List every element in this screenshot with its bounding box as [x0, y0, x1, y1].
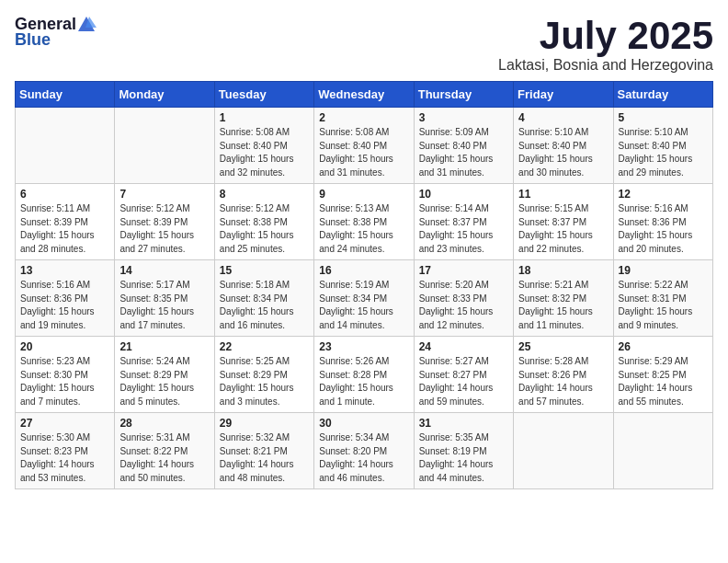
day-number: 6: [20, 188, 109, 201]
day-number: 15: [220, 264, 309, 277]
day-number: 8: [220, 188, 309, 201]
day-detail: Sunrise: 5:25 AMSunset: 8:29 PMDaylight:…: [220, 355, 309, 408]
day-number: 28: [119, 417, 209, 430]
day-detail: Sunrise: 5:31 AMSunset: 8:22 PMDaylight:…: [119, 431, 209, 485]
day-detail: Sunrise: 5:10 AMSunset: 8:40 PMDaylight:…: [619, 126, 708, 179]
day-detail: Sunrise: 5:12 AMSunset: 8:39 PMDaylight:…: [119, 202, 209, 256]
calendar-cell: 26Sunrise: 5:29 AMSunset: 8:25 PMDayligh…: [613, 337, 712, 413]
day-detail: Sunrise: 5:14 AMSunset: 8:37 PMDaylight:…: [419, 202, 508, 256]
column-header-thursday: Thursday: [414, 82, 513, 108]
day-detail: Sunrise: 5:09 AMSunset: 8:40 PMDaylight:…: [419, 126, 508, 179]
day-number: 1: [220, 111, 309, 124]
day-detail: Sunrise: 5:16 AMSunset: 8:36 PMDaylight:…: [20, 279, 109, 332]
calendar-week-row: 27Sunrise: 5:30 AMSunset: 8:23 PMDayligh…: [16, 413, 713, 489]
title-area: July 2025 Laktasi, Bosnia and Herzegovin…: [498, 15, 713, 74]
column-header-tuesday: Tuesday: [214, 82, 313, 108]
day-number: 22: [220, 340, 309, 353]
calendar-week-row: 1Sunrise: 5:08 AMSunset: 8:40 PMDaylight…: [16, 108, 713, 184]
column-header-saturday: Saturday: [613, 82, 712, 108]
calendar-cell: 29Sunrise: 5:32 AMSunset: 8:21 PMDayligh…: [214, 413, 313, 489]
day-detail: Sunrise: 5:29 AMSunset: 8:25 PMDaylight:…: [619, 355, 708, 408]
calendar-cell: 21Sunrise: 5:24 AMSunset: 8:29 PMDayligh…: [115, 337, 214, 413]
day-number: 2: [319, 111, 408, 124]
calendar-cell: 17Sunrise: 5:20 AMSunset: 8:33 PMDayligh…: [414, 260, 513, 337]
calendar-header-row: SundayMondayTuesdayWednesdayThursdayFrid…: [16, 82, 713, 108]
calendar-cell: [115, 108, 214, 184]
day-detail: Sunrise: 5:32 AMSunset: 8:21 PMDaylight:…: [220, 431, 309, 485]
calendar-cell: 11Sunrise: 5:15 AMSunset: 8:37 PMDayligh…: [514, 184, 613, 260]
calendar-cell: 1Sunrise: 5:08 AMSunset: 8:40 PMDaylight…: [214, 108, 313, 184]
calendar-cell: 18Sunrise: 5:21 AMSunset: 8:32 PMDayligh…: [514, 260, 613, 337]
calendar-week-row: 6Sunrise: 5:11 AMSunset: 8:39 PMDaylight…: [16, 184, 713, 260]
day-detail: Sunrise: 5:23 AMSunset: 8:30 PMDaylight:…: [20, 355, 109, 408]
day-detail: Sunrise: 5:15 AMSunset: 8:37 PMDaylight:…: [518, 202, 608, 256]
day-number: 9: [319, 188, 408, 201]
day-number: 10: [419, 188, 508, 201]
month-title: July 2025: [498, 15, 713, 57]
day-number: 30: [319, 417, 408, 430]
calendar: SundayMondayTuesdayWednesdayThursdayFrid…: [15, 81, 713, 489]
day-detail: Sunrise: 5:27 AMSunset: 8:27 PMDaylight:…: [419, 355, 508, 408]
day-detail: Sunrise: 5:30 AMSunset: 8:23 PMDaylight:…: [20, 431, 109, 485]
day-detail: Sunrise: 5:19 AMSunset: 8:34 PMDaylight:…: [319, 279, 408, 332]
calendar-cell: 4Sunrise: 5:10 AMSunset: 8:40 PMDaylight…: [514, 108, 613, 184]
day-detail: Sunrise: 5:08 AMSunset: 8:40 PMDaylight:…: [319, 126, 408, 179]
calendar-cell: 27Sunrise: 5:30 AMSunset: 8:23 PMDayligh…: [16, 413, 115, 489]
calendar-cell: 8Sunrise: 5:12 AMSunset: 8:38 PMDaylight…: [214, 184, 313, 260]
day-number: 23: [319, 340, 408, 353]
calendar-cell: 24Sunrise: 5:27 AMSunset: 8:27 PMDayligh…: [414, 337, 513, 413]
calendar-cell: 28Sunrise: 5:31 AMSunset: 8:22 PMDayligh…: [115, 413, 214, 489]
calendar-cell: 25Sunrise: 5:28 AMSunset: 8:26 PMDayligh…: [514, 337, 613, 413]
location-title: Laktasi, Bosnia and Herzegovina: [498, 57, 713, 74]
day-detail: Sunrise: 5:21 AMSunset: 8:32 PMDaylight:…: [518, 279, 608, 332]
day-detail: Sunrise: 5:35 AMSunset: 8:19 PMDaylight:…: [419, 431, 508, 485]
day-number: 4: [518, 111, 608, 124]
calendar-cell: 12Sunrise: 5:16 AMSunset: 8:36 PMDayligh…: [613, 184, 712, 260]
day-detail: Sunrise: 5:22 AMSunset: 8:31 PMDaylight:…: [619, 279, 708, 332]
day-number: 3: [419, 111, 508, 124]
calendar-cell: [16, 108, 115, 184]
day-detail: Sunrise: 5:16 AMSunset: 8:36 PMDaylight:…: [619, 202, 708, 256]
day-number: 25: [518, 340, 608, 353]
day-number: 5: [619, 111, 708, 124]
day-number: 21: [119, 340, 209, 353]
day-number: 14: [119, 264, 209, 277]
column-header-friday: Friday: [514, 82, 613, 108]
calendar-cell: 3Sunrise: 5:09 AMSunset: 8:40 PMDaylight…: [414, 108, 513, 184]
calendar-cell: 10Sunrise: 5:14 AMSunset: 8:37 PMDayligh…: [414, 184, 513, 260]
day-number: 20: [20, 340, 109, 353]
day-number: 19: [619, 264, 708, 277]
column-header-wednesday: Wednesday: [314, 82, 414, 108]
day-detail: Sunrise: 5:10 AMSunset: 8:40 PMDaylight:…: [518, 126, 608, 179]
day-detail: Sunrise: 5:34 AMSunset: 8:20 PMDaylight:…: [319, 431, 408, 485]
calendar-cell: 13Sunrise: 5:16 AMSunset: 8:36 PMDayligh…: [16, 260, 115, 337]
day-detail: Sunrise: 5:11 AMSunset: 8:39 PMDaylight:…: [20, 202, 109, 256]
calendar-cell: [613, 413, 712, 489]
calendar-week-row: 20Sunrise: 5:23 AMSunset: 8:30 PMDayligh…: [16, 337, 713, 413]
day-detail: Sunrise: 5:28 AMSunset: 8:26 PMDaylight:…: [518, 355, 608, 408]
calendar-cell: 23Sunrise: 5:26 AMSunset: 8:28 PMDayligh…: [314, 337, 414, 413]
day-number: 11: [518, 188, 608, 201]
day-detail: Sunrise: 5:20 AMSunset: 8:33 PMDaylight:…: [419, 279, 508, 332]
day-detail: Sunrise: 5:24 AMSunset: 8:29 PMDaylight:…: [119, 355, 209, 408]
calendar-cell: 14Sunrise: 5:17 AMSunset: 8:35 PMDayligh…: [115, 260, 214, 337]
calendar-cell: 15Sunrise: 5:18 AMSunset: 8:34 PMDayligh…: [214, 260, 313, 337]
day-number: 18: [518, 264, 608, 277]
day-number: 27: [20, 417, 109, 430]
day-number: 12: [619, 188, 708, 201]
day-number: 26: [619, 340, 708, 353]
calendar-cell: 22Sunrise: 5:25 AMSunset: 8:29 PMDayligh…: [214, 337, 313, 413]
calendar-cell: [514, 413, 613, 489]
column-header-monday: Monday: [115, 82, 214, 108]
day-detail: Sunrise: 5:08 AMSunset: 8:40 PMDaylight:…: [220, 126, 309, 179]
calendar-body: 1Sunrise: 5:08 AMSunset: 8:40 PMDaylight…: [16, 108, 713, 489]
calendar-cell: 31Sunrise: 5:35 AMSunset: 8:19 PMDayligh…: [414, 413, 513, 489]
day-number: 7: [119, 188, 209, 201]
calendar-cell: 5Sunrise: 5:10 AMSunset: 8:40 PMDaylight…: [613, 108, 712, 184]
header: General Blue July 2025 Laktasi, Bosnia a…: [15, 15, 713, 74]
calendar-cell: 20Sunrise: 5:23 AMSunset: 8:30 PMDayligh…: [16, 337, 115, 413]
calendar-cell: 30Sunrise: 5:34 AMSunset: 8:20 PMDayligh…: [314, 413, 414, 489]
day-detail: Sunrise: 5:13 AMSunset: 8:38 PMDaylight:…: [319, 202, 408, 256]
day-number: 31: [419, 417, 508, 430]
calendar-cell: 7Sunrise: 5:12 AMSunset: 8:39 PMDaylight…: [115, 184, 214, 260]
